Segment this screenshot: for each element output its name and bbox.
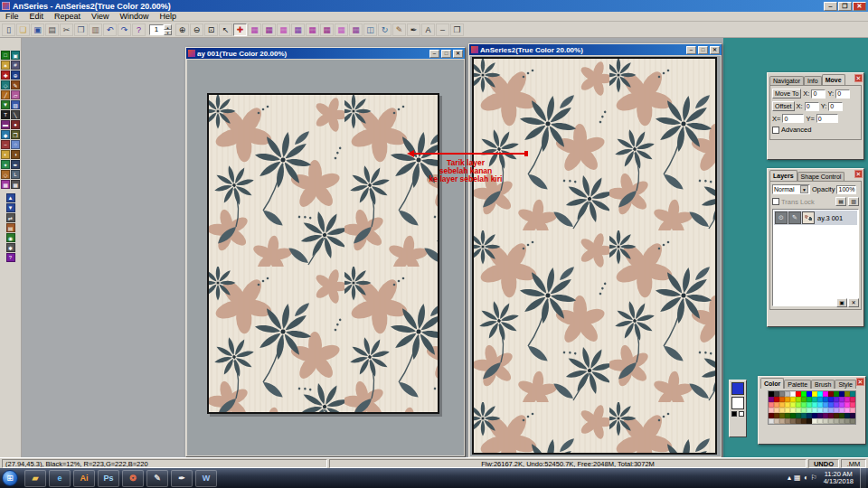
- layer-up-icon[interactable]: ▲: [6, 193, 15, 202]
- settings-icon[interactable]: ✱: [6, 243, 15, 252]
- polygon-tool-icon[interactable]: ◆: [1, 130, 10, 139]
- repeat-pattern-4-icon[interactable]: ▦: [291, 23, 305, 36]
- show-desktop-button[interactable]: [860, 468, 866, 488]
- swap-colors-icon[interactable]: ⇄: [6, 213, 15, 222]
- abs-y-input[interactable]: [816, 114, 838, 123]
- pointer-tool-icon[interactable]: ↖: [219, 23, 232, 36]
- repeat-tool-icon[interactable]: ▦: [1, 180, 10, 189]
- fabric-image-left[interactable]: [207, 93, 439, 414]
- pen-app-icon[interactable]: ✒: [171, 470, 193, 487]
- panel-tab[interactable]: Shape Control: [797, 172, 845, 181]
- fit-window-icon[interactable]: ⊡: [204, 23, 218, 36]
- new-icon[interactable]: ▯: [2, 23, 15, 36]
- abs-x-input[interactable]: [782, 114, 804, 123]
- illustrator-icon[interactable]: Ai: [73, 470, 95, 487]
- paste-icon[interactable]: ▥: [89, 23, 102, 36]
- background-color-swatch[interactable]: [731, 397, 744, 409]
- undo-icon[interactable]: ↶: [103, 23, 117, 36]
- panel-close-icon[interactable]: ✕: [856, 378, 864, 386]
- eraser-tool-icon[interactable]: ▱: [11, 90, 20, 99]
- menu-item[interactable]: Repeat: [49, 12, 86, 21]
- blend-mode-select[interactable]: Normal ▼: [772, 184, 810, 194]
- move-y-input[interactable]: [835, 89, 850, 99]
- brush-tool-icon[interactable]: ✎: [11, 80, 20, 89]
- opacity-value[interactable]: 100%: [836, 185, 856, 194]
- doc-minimize-button[interactable]: ‒: [429, 50, 439, 58]
- panel-close-icon[interactable]: ✕: [854, 170, 863, 178]
- panel-tab[interactable]: Layers: [769, 170, 797, 181]
- pan-tool-icon[interactable]: ◇: [1, 80, 10, 89]
- crop-tool-icon[interactable]: #: [11, 61, 20, 70]
- clone-tool-icon[interactable]: ❐: [11, 130, 20, 139]
- zoom-input[interactable]: [149, 24, 164, 35]
- fabric-image-right[interactable]: [472, 57, 717, 455]
- taskbar-clock[interactable]: 11:20 AM 4/13/2018: [820, 471, 857, 485]
- hidden-icons-icon[interactable]: ▴: [788, 474, 791, 482]
- cut-icon[interactable]: ✂: [60, 23, 73, 36]
- panel-tab[interactable]: Style: [835, 380, 856, 389]
- new-layer-icon[interactable]: ▣: [836, 298, 847, 307]
- panel-tab[interactable]: Palette: [784, 380, 811, 389]
- photoshop-icon[interactable]: Ps: [98, 470, 119, 487]
- blur-tool-icon[interactable]: ○: [11, 140, 20, 149]
- doc-maximize-button[interactable]: □: [698, 46, 708, 54]
- minimize-button[interactable]: ‒: [824, 2, 837, 11]
- mini-background-swatch[interactable]: [739, 411, 744, 417]
- panel-tab[interactable]: Info: [804, 76, 822, 85]
- repeat-pattern-5-icon[interactable]: ▦: [306, 23, 319, 36]
- repeat-pattern-1-icon[interactable]: ▦: [248, 23, 261, 36]
- trans-lock-checkbox[interactable]: [772, 198, 779, 205]
- text-tool-icon[interactable]: T: [1, 110, 10, 119]
- explorer-icon[interactable]: ▰: [24, 470, 46, 487]
- grid-tool-icon[interactable]: ▦: [11, 180, 20, 189]
- picker-tool-icon[interactable]: ✦: [1, 160, 10, 169]
- save-icon[interactable]: ▣: [31, 23, 44, 36]
- gradient-tool-icon[interactable]: ▨: [11, 100, 20, 109]
- line-tool-icon[interactable]: ╲: [11, 110, 20, 119]
- offset-x-input[interactable]: [805, 102, 819, 111]
- zoom-in-icon[interactable]: ⊕: [175, 23, 189, 36]
- select-tool-icon[interactable]: □: [1, 51, 10, 60]
- fill-tool-icon[interactable]: ▼: [1, 100, 10, 109]
- measure-tool-icon[interactable]: L: [11, 170, 20, 179]
- layer-row[interactable]: ⊙ ✎ ay.3 001: [774, 211, 857, 225]
- document-titlebar[interactable]: ay 001(True Color 20.00%) ‒ □ ✕: [186, 48, 465, 59]
- panel-close-icon[interactable]: ✕: [854, 74, 863, 82]
- paint-app-icon[interactable]: ✎: [146, 470, 168, 487]
- move-to-button[interactable]: Move To: [772, 89, 801, 99]
- region-tool-icon[interactable]: ▣: [11, 51, 20, 60]
- zoom-spin-down-icon[interactable]: ▼: [164, 30, 172, 35]
- zoom-tool-icon[interactable]: ⊕: [11, 70, 20, 80]
- document-titlebar[interactable]: AnSeries2(True Color 20.00%) ‒ □ ✕: [469, 44, 722, 55]
- palette-icon[interactable]: ▤: [6, 223, 15, 232]
- internet-explorer-icon[interactable]: e: [49, 470, 71, 487]
- repeat-pattern-6-icon[interactable]: ▦: [320, 23, 334, 36]
- panel-tab[interactable]: Navigator: [769, 76, 804, 85]
- open-icon[interactable]: ❏: [16, 23, 30, 36]
- help-icon[interactable]: ?: [132, 23, 146, 36]
- layer-lock-icon[interactable]: ▤: [835, 197, 846, 206]
- pen-icon[interactable]: ✒: [407, 23, 420, 36]
- wand-tool-icon[interactable]: ✶: [1, 61, 10, 70]
- panel-tab[interactable]: Move: [822, 74, 845, 85]
- panel-tab[interactable]: Color: [760, 378, 784, 389]
- delete-layer-icon[interactable]: ✕: [848, 298, 859, 307]
- menu-item[interactable]: File: [0, 12, 24, 21]
- offset-button[interactable]: Offset: [772, 101, 795, 111]
- layer-link-icon[interactable]: ▥: [848, 197, 859, 206]
- word-icon[interactable]: W: [195, 470, 217, 487]
- text-icon[interactable]: A: [421, 23, 435, 36]
- move-tool-icon[interactable]: ✚: [233, 23, 247, 36]
- foreground-color-swatch[interactable]: [731, 382, 744, 395]
- doc-maximize-button[interactable]: □: [441, 50, 451, 58]
- menu-item[interactable]: Edit: [24, 12, 50, 21]
- app-titlebar[interactable]: AnSeries - AnSeries2(True Color 20.00%) …: [0, 0, 868, 12]
- doc-close-button[interactable]: ✕: [710, 46, 720, 54]
- help-tool-icon[interactable]: ?: [6, 253, 15, 262]
- brush-icon[interactable]: ✎: [392, 23, 406, 36]
- chrome-icon[interactable]: ❂: [122, 470, 144, 487]
- move-tool-icon[interactable]: ✚: [1, 70, 10, 80]
- repeat-pattern-3-icon[interactable]: ▦: [277, 23, 290, 36]
- dodge-tool-icon[interactable]: ◐: [1, 150, 10, 159]
- menu-item[interactable]: Window: [114, 12, 154, 21]
